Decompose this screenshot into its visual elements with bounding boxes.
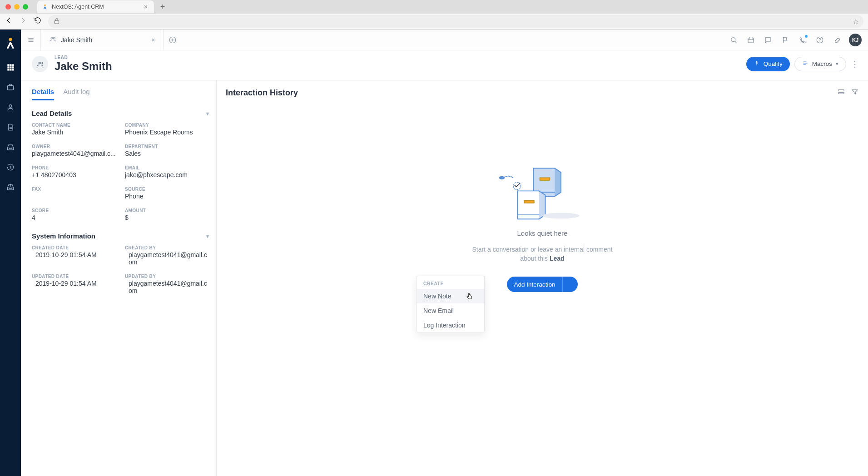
help-icon[interactable] bbox=[814, 35, 825, 45]
more-actions-icon[interactable]: ⋮ bbox=[851, 59, 859, 69]
flag-icon[interactable] bbox=[780, 35, 791, 45]
lock-icon bbox=[53, 17, 61, 26]
field-label: CREATED DATE bbox=[32, 245, 116, 250]
browser-tab[interactable]: NextOS: Agent CRM × bbox=[37, 0, 154, 13]
minimize-window-icon[interactable] bbox=[14, 4, 20, 10]
bookmark-star-icon[interactable]: ☆ bbox=[853, 17, 859, 26]
briefcase-icon[interactable] bbox=[5, 82, 15, 92]
svg-point-30 bbox=[542, 213, 580, 219]
reload-button[interactable] bbox=[34, 16, 42, 26]
chevron-down-icon[interactable]: ▾ bbox=[206, 110, 209, 117]
field-label: SCORE bbox=[32, 208, 116, 213]
apps-grid-icon[interactable] bbox=[5, 62, 15, 72]
add-interaction-dropdown-toggle[interactable] bbox=[562, 277, 578, 292]
svg-point-22 bbox=[38, 62, 40, 64]
svg-rect-1 bbox=[55, 20, 59, 24]
svg-point-13 bbox=[9, 105, 12, 108]
chat-icon[interactable] bbox=[763, 35, 774, 45]
new-tab-button[interactable]: + bbox=[160, 2, 165, 12]
svg-rect-29 bbox=[524, 200, 534, 203]
svg-rect-10 bbox=[10, 69, 11, 70]
svg-text:$: $ bbox=[10, 165, 12, 169]
field-label: PHONE bbox=[32, 165, 116, 170]
svg-rect-5 bbox=[12, 64, 14, 66]
brand-logo-icon[interactable] bbox=[2, 34, 19, 52]
cursor-pointer-icon bbox=[466, 292, 474, 302]
calendar-icon[interactable] bbox=[745, 35, 756, 45]
tab-details[interactable]: Details bbox=[32, 88, 54, 100]
record-name: Jake Smith bbox=[55, 60, 112, 73]
svg-point-2 bbox=[9, 38, 12, 41]
dropdown-item-log-interaction[interactable]: Log Interaction bbox=[417, 318, 484, 332]
svg-rect-3 bbox=[7, 64, 9, 66]
updated-date-value: 2019-10-29 01:54 AM bbox=[32, 280, 116, 287]
qualify-button[interactable]: Qualify bbox=[746, 57, 790, 71]
svg-point-21 bbox=[820, 41, 820, 42]
svg-rect-9 bbox=[7, 69, 9, 70]
field-label: SOURCE bbox=[125, 187, 209, 192]
svg-point-0 bbox=[44, 5, 46, 6]
svg-rect-4 bbox=[10, 64, 11, 66]
section-lead-details[interactable]: Lead Details ▾ bbox=[32, 109, 209, 117]
department-value: Sales bbox=[125, 150, 209, 157]
amount-value: $ bbox=[125, 214, 209, 221]
svg-point-15 bbox=[51, 37, 53, 39]
field-label: OWNER bbox=[32, 144, 116, 149]
created-date-value: 2019-10-29 01:54 AM bbox=[32, 251, 116, 258]
svg-rect-11 bbox=[12, 69, 14, 70]
close-window-icon[interactable] bbox=[5, 4, 11, 10]
wrench-icon[interactable] bbox=[832, 35, 843, 45]
field-label: FAX bbox=[32, 187, 116, 192]
svg-rect-6 bbox=[7, 66, 9, 68]
address-bar[interactable]: ☆ bbox=[48, 15, 863, 28]
close-workspace-tab-icon[interactable]: × bbox=[151, 36, 155, 44]
svg-rect-28 bbox=[540, 178, 550, 180]
svg-rect-7 bbox=[10, 66, 11, 68]
interaction-history-title: Interaction History bbox=[226, 88, 298, 98]
workspace-menu-icon[interactable] bbox=[21, 30, 41, 50]
dropdown-item-new-note[interactable]: New Note bbox=[417, 289, 484, 303]
dollar-icon bbox=[754, 60, 760, 68]
forward-button[interactable] bbox=[19, 16, 27, 26]
favicon-icon bbox=[42, 4, 48, 10]
refresh-dollar-icon[interactable]: $ bbox=[5, 162, 15, 172]
macros-button[interactable]: Macros ▾ bbox=[794, 57, 846, 71]
add-interaction-dropdown: CREATE New Note New Email Log Interactio… bbox=[417, 276, 485, 333]
tab-audit-log[interactable]: Audit log bbox=[63, 88, 89, 100]
updated-by-value: playgametest4041@gmail.com bbox=[125, 280, 209, 294]
svg-point-23 bbox=[41, 62, 43, 64]
source-value: Phone bbox=[125, 193, 209, 200]
svg-rect-25 bbox=[838, 93, 844, 94]
outbox-icon[interactable] bbox=[5, 182, 15, 192]
inbox-icon[interactable] bbox=[5, 142, 15, 152]
workspace-tab[interactable]: Jake Smith × bbox=[41, 30, 164, 50]
sidebar-rail: $ bbox=[0, 30, 21, 476]
field-label: DEPARTMENT bbox=[125, 144, 209, 149]
field-label: CONTACT NAME bbox=[32, 123, 116, 128]
contact-name-value: Jake Smith bbox=[32, 129, 116, 136]
contact-icon[interactable] bbox=[5, 102, 15, 112]
maximize-window-icon[interactable] bbox=[23, 4, 28, 10]
field-label: UPDATED DATE bbox=[32, 274, 116, 279]
field-label: AMOUNT bbox=[125, 208, 209, 213]
phone-value: +1 4802700403 bbox=[32, 171, 116, 178]
section-system-info[interactable]: System Information ▾ bbox=[32, 232, 209, 240]
back-button[interactable] bbox=[5, 16, 13, 26]
phone-icon[interactable] bbox=[797, 35, 808, 45]
svg-rect-12 bbox=[7, 86, 13, 90]
add-interaction-button[interactable]: Add Interaction bbox=[507, 277, 563, 292]
chevron-down-icon[interactable]: ▾ bbox=[206, 233, 209, 239]
email-value: jake@phxescape.com bbox=[125, 171, 209, 178]
record-type-label: LEAD bbox=[55, 55, 112, 60]
document-icon[interactable] bbox=[5, 122, 15, 132]
filter-icon[interactable] bbox=[851, 88, 859, 98]
svg-rect-24 bbox=[838, 90, 844, 91]
user-avatar[interactable]: KJ bbox=[849, 34, 862, 46]
add-workspace-tab-button[interactable] bbox=[164, 30, 182, 50]
search-icon[interactable] bbox=[728, 35, 739, 45]
macros-icon bbox=[802, 60, 808, 68]
dropdown-item-new-email[interactable]: New Email bbox=[417, 303, 484, 318]
layout-toggle-icon[interactable] bbox=[837, 88, 845, 98]
window-controls[interactable] bbox=[5, 4, 28, 10]
close-tab-icon[interactable]: × bbox=[144, 3, 148, 10]
